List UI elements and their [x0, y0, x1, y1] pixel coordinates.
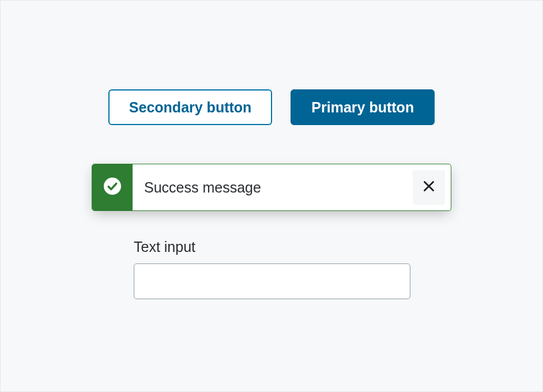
svg-point-0	[104, 178, 121, 195]
alert-close-button[interactable]	[413, 170, 445, 205]
text-input-label: Text input	[134, 239, 410, 255]
text-input-field-group: Text input	[134, 239, 410, 299]
close-icon	[421, 179, 436, 196]
alert-icon-block	[92, 164, 133, 210]
check-circle-icon	[102, 176, 123, 199]
success-alert: Success message	[92, 164, 451, 211]
button-row: Secondary button Primary button	[1, 89, 542, 125]
alert-message: Success message	[133, 164, 413, 210]
secondary-button[interactable]: Secondary button	[108, 89, 273, 125]
text-input[interactable]	[134, 263, 410, 299]
primary-button[interactable]: Primary button	[291, 89, 435, 125]
component-showcase-frame: Secondary button Primary button Success …	[0, 0, 543, 392]
